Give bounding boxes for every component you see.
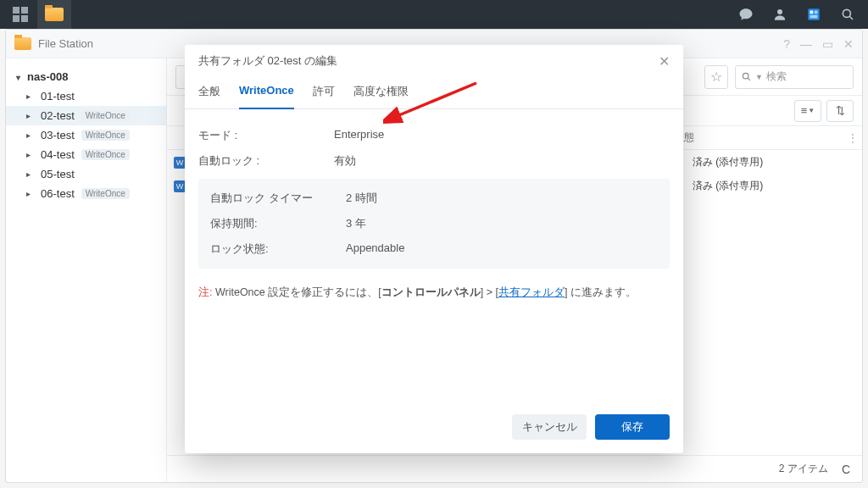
minimize-button[interactable]: — bbox=[800, 37, 812, 51]
taskbar-search-button[interactable] bbox=[831, 0, 865, 29]
row-autolock: 自動ロック : 有効 bbox=[198, 148, 670, 174]
sort-button[interactable]: ⇅ bbox=[826, 100, 854, 122]
reload-button[interactable]: C bbox=[842, 463, 850, 476]
svg-rect-2 bbox=[810, 11, 814, 14]
tab-advanced-permission[interactable]: 高度な権限 bbox=[353, 77, 409, 109]
tree-node-05-test[interactable]: ▸05-test bbox=[6, 164, 166, 184]
tab-writeonce[interactable]: WriteOnce bbox=[239, 77, 294, 109]
maximize-button[interactable]: ▭ bbox=[822, 37, 833, 51]
item-count: 2 アイテム bbox=[779, 462, 828, 476]
folder-icon bbox=[14, 37, 31, 50]
autolock-details-box: 自動ロック タイマー 2 時間 保持期間: 3 年 ロック状態: Appenda… bbox=[198, 179, 670, 269]
tree-root[interactable]: ▾nas-008 bbox=[6, 67, 166, 86]
tree-node-02-test[interactable]: ▸02-testWriteOnce bbox=[6, 106, 166, 125]
save-button[interactable]: 保存 bbox=[595, 414, 670, 440]
apps-grid-icon bbox=[13, 7, 28, 22]
tree-node-04-test[interactable]: ▸04-testWriteOnce bbox=[6, 145, 166, 164]
tree-node-06-test[interactable]: ▸06-testWriteOnce bbox=[6, 184, 166, 203]
row-retention: 保持期間: 3 年 bbox=[210, 211, 658, 236]
dialog-footer: キャンセル 保存 bbox=[185, 408, 683, 453]
svg-point-0 bbox=[777, 9, 782, 14]
search-icon bbox=[741, 71, 752, 82]
svg-line-8 bbox=[748, 78, 750, 80]
mode-label: モード : bbox=[198, 128, 334, 143]
tree-node-03-test[interactable]: ▸03-testWriteOnce bbox=[6, 125, 166, 145]
taskbar-user-button[interactable] bbox=[763, 0, 797, 29]
timer-value: 2 時間 bbox=[346, 191, 658, 206]
tree-node-01-test[interactable]: ▸01-test bbox=[6, 86, 166, 106]
writeonce-note: 注: WriteOnce 設定を修正するには、[コントロールパネル] > [共有… bbox=[198, 284, 670, 302]
taskbar-chat-button[interactable] bbox=[729, 0, 763, 29]
favorite-button[interactable]: ☆ bbox=[704, 65, 728, 89]
svg-point-7 bbox=[743, 73, 748, 79]
file-word-icon: W bbox=[174, 180, 186, 192]
row-mode: モード : Enterprise bbox=[198, 123, 670, 148]
svg-line-6 bbox=[849, 16, 853, 19]
autolock-label: 自動ロック : bbox=[198, 153, 334, 169]
tab-general[interactable]: 全般 bbox=[198, 77, 220, 109]
help-button[interactable]: ? bbox=[783, 37, 790, 51]
dialog-tabs: 全般 WriteOnce 許可 高度な権限 bbox=[185, 77, 683, 109]
search-icon bbox=[840, 7, 855, 22]
svg-point-5 bbox=[843, 9, 850, 17]
lockstate-label: ロック状態: bbox=[210, 241, 346, 257]
dialog-body: モード : Enterprise 自動ロック : 有効 自動ロック タイマー 2… bbox=[185, 109, 683, 408]
status-bar: 2 アイテム C bbox=[167, 455, 862, 482]
window-title: File Station bbox=[38, 37, 93, 50]
svg-rect-3 bbox=[815, 11, 818, 14]
dialog-close-button[interactable]: ✕ bbox=[659, 53, 670, 69]
search-input[interactable]: ▼ 検索 bbox=[735, 65, 854, 89]
svg-rect-4 bbox=[810, 15, 818, 19]
dialog-header: 共有フォルダ 02-test の編集 ✕ bbox=[185, 45, 683, 77]
folder-icon bbox=[45, 8, 64, 21]
edit-shared-folder-dialog: 共有フォルダ 02-test の編集 ✕ 全般 WriteOnce 許可 高度な… bbox=[185, 45, 683, 453]
tab-permission[interactable]: 許可 bbox=[313, 77, 335, 109]
taskbar-widgets-button[interactable] bbox=[797, 0, 831, 29]
shared-folder-link[interactable]: 共有フォルダ bbox=[498, 286, 565, 298]
timer-label: 自動ロック タイマー bbox=[210, 191, 346, 206]
dialog-title: 共有フォルダ 02-test の編集 bbox=[198, 53, 337, 69]
cancel-button[interactable]: キャンセル bbox=[512, 414, 587, 440]
retention-label: 保持期間: bbox=[210, 216, 346, 231]
autolock-value: 有効 bbox=[334, 153, 670, 169]
file-word-icon: W bbox=[174, 157, 186, 169]
user-icon bbox=[772, 7, 787, 22]
view-list-button[interactable]: ≡ ▼ bbox=[794, 100, 821, 122]
folder-tree: ▾nas-008 ▸01-test ▸02-testWriteOnce ▸03-… bbox=[6, 58, 167, 482]
col-state[interactable]: 状態 bbox=[674, 130, 843, 145]
retention-value: 3 年 bbox=[346, 216, 658, 231]
close-window-button[interactable]: ✕ bbox=[843, 37, 854, 51]
svg-rect-1 bbox=[808, 8, 820, 20]
col-more[interactable]: ⋮ bbox=[843, 132, 862, 144]
taskbar-filestation-button[interactable] bbox=[37, 0, 71, 29]
mode-value: Enterprise bbox=[334, 128, 670, 143]
system-taskbar bbox=[0, 0, 868, 29]
row-lockstate: ロック状態: Appendable bbox=[210, 236, 658, 262]
chat-icon bbox=[738, 7, 754, 22]
search-placeholder: 検索 bbox=[766, 69, 787, 84]
note-prefix: 注: bbox=[198, 286, 212, 298]
widgets-icon bbox=[806, 7, 821, 22]
row-timer: 自動ロック タイマー 2 時間 bbox=[210, 186, 658, 211]
lockstate-value: Appendable bbox=[346, 241, 658, 257]
app-launcher-button[interactable] bbox=[3, 0, 37, 29]
